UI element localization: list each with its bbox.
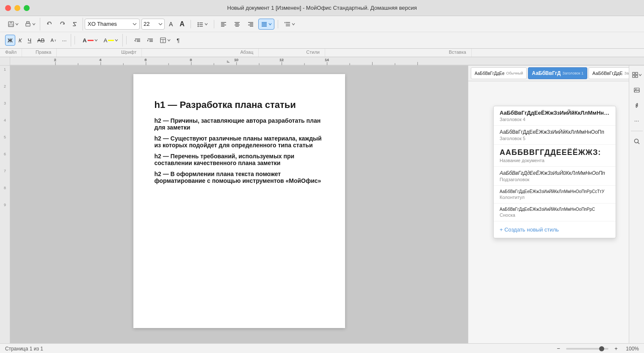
font-color-button[interactable]: A	[80, 35, 100, 46]
style-h2-label: Заголовок 2	[625, 71, 629, 75]
bullet-list-button[interactable]	[194, 19, 210, 30]
create-style-button[interactable]: + Создать новый стиль	[494, 221, 616, 238]
indent-icon	[147, 37, 154, 44]
styles-list[interactable]: АаБбВвГгДдЕеЁЖжЗзИиЙйКкЛлМмНнОо Заголово…	[494, 106, 616, 221]
window-controls[interactable]	[5, 5, 30, 11]
doc-heading-2-1[interactable]: h2 — Причины, заставляющие автора разраб…	[155, 117, 324, 131]
more-format-button[interactable]: ···	[59, 35, 69, 46]
para-section-label: Абзац	[235, 49, 259, 57]
strikethrough-button[interactable]: АВ	[35, 35, 47, 46]
style-chip-normal[interactable]: АаБбВвГгДдЕе Обычный	[471, 67, 527, 79]
image-icon[interactable]	[631, 84, 643, 96]
document-canvas[interactable]: h1 — Разработка плана статьи h2 — Причин…	[10, 66, 468, 343]
superscript-label: А	[50, 38, 53, 43]
link-icon[interactable]	[631, 99, 643, 111]
font-size-select[interactable]: 22	[141, 19, 165, 30]
font-style-group: Ж К Ч АВ Ат ···	[3, 34, 71, 47]
svg-rect-70	[636, 75, 638, 77]
align-left-button[interactable]	[218, 19, 229, 30]
table-view-icon[interactable]	[631, 69, 643, 81]
style-item-heading5[interactable]: АаБбВвГгДдЕеЁЖжЗзИиЙйКкЛлМмНнОоПп Заголо…	[494, 126, 616, 145]
statusbar: Страница 1 из 1 − + 100%	[0, 343, 644, 353]
insert-section-label: Вставка	[444, 49, 472, 57]
svg-point-7	[197, 24, 199, 25]
indent-button[interactable]	[144, 35, 156, 46]
file-group	[3, 18, 40, 30]
styles-dropdown-panel: АаБбВвГгДдЕеЁЖжЗзИиЙйКкЛлМмНнОо Заголово…	[493, 106, 616, 238]
svg-text:⊾: ⊾	[227, 60, 230, 63]
svg-text:10: 10	[234, 58, 238, 62]
zoom-plus-button[interactable]: +	[612, 345, 620, 353]
titlebar: Новый документ 1 [Изменен] - МойОфис Ста…	[0, 0, 644, 16]
doc-heading-2-3[interactable]: h2 — Перечень требований, используемых п…	[155, 153, 324, 166]
style-normal-label: Обычный	[506, 71, 523, 75]
minimize-button[interactable]	[14, 5, 20, 11]
style-docname-preview: ААББВВГГДДЕЕЁЁЖЖЗ:	[500, 148, 610, 157]
style-item-docname[interactable]: ААББВВГГДДЕЕЁЁЖЖЗ: Название документа	[494, 145, 616, 167]
close-button[interactable]	[5, 5, 11, 11]
highlight-color-button[interactable]: A	[101, 35, 121, 46]
italic-button[interactable]: К	[16, 35, 25, 46]
font-size-value: 22	[144, 21, 149, 27]
style-chip-heading2[interactable]: АаБбВвГгДдЕ Заголовок 2	[589, 67, 629, 79]
align-right-button[interactable]	[245, 19, 257, 30]
line-spacing-button[interactable]	[282, 19, 298, 30]
print-button[interactable]	[22, 19, 38, 30]
style-subheading-label: Подзаголовок	[500, 177, 610, 182]
bold-button[interactable]: Ж	[5, 35, 15, 46]
color-group: A A	[78, 34, 123, 47]
style-item-heading4[interactable]: АаБбВвГгДдЕеЁЖжЗзИиЙйКкЛлМмНнОо Заголово…	[494, 106, 616, 126]
style-item-subheading[interactable]: АаБбВвГгДдЕеЁЖжЗзИиЙйКкЛлМмНнОоПп Подзаг…	[494, 167, 616, 186]
highlight-swatch	[108, 40, 114, 41]
table-button[interactable]	[157, 35, 173, 46]
ruler-6: 6	[4, 152, 6, 169]
superscript-button[interactable]: Ат	[48, 35, 58, 46]
svg-text:2: 2	[54, 58, 56, 62]
style-h5-preview: АаБбВвГгДдЕеЁЖжЗзИиЙйКкЛлМмНнОоПп	[500, 129, 610, 135]
spacing-dropdown-icon	[292, 22, 295, 26]
pilcrow-button[interactable]: ¶	[174, 35, 182, 46]
outdent-button[interactable]	[132, 35, 144, 46]
chain-icon	[633, 102, 640, 109]
clear-format-button[interactable]	[69, 19, 81, 30]
document-page[interactable]: h1 — Разработка плана статьи h2 — Причин…	[133, 74, 345, 328]
doc-heading-2-2[interactable]: h2 — Существуют различные планы материал…	[155, 135, 324, 149]
style-item-footer[interactable]: АаБбВвГгДдЕеЁЖжЗзИиЙйКкЛлМмНнОоПпРрСсТтУ…	[494, 186, 616, 204]
dropdown-arrow-icon	[15, 22, 19, 26]
font-family-select[interactable]: XO Thames	[85, 19, 140, 30]
more-insert-icon[interactable]: ···	[631, 115, 643, 127]
style-item-footnote[interactable]: АаБбВвГгДдЕеЁЖжЗзИиЙйКкЛлМмНнОоПпРрС Сно…	[494, 204, 616, 221]
redo-button[interactable]	[56, 19, 68, 30]
bullet-list-icon	[197, 21, 204, 28]
align-center-button[interactable]	[231, 19, 243, 30]
ruler-4: 4	[4, 119, 6, 135]
font-dropdown-icon	[133, 22, 137, 26]
img-icon	[633, 87, 640, 94]
content-area: 1 2 3 4 5 6 7 8 9 h1 — Разработка плана …	[0, 66, 644, 343]
underline-button[interactable]: Ч	[25, 35, 34, 46]
font-size-up-button[interactable]: A	[177, 19, 187, 30]
zoom-minus-button[interactable]: −	[554, 345, 563, 353]
undo-button[interactable]	[44, 19, 55, 30]
svg-line-75	[638, 142, 639, 144]
svg-point-8	[197, 25, 199, 27]
svg-text:8: 8	[190, 58, 192, 62]
file-save-button[interactable]	[5, 19, 21, 30]
ruler-7: 7	[4, 169, 6, 186]
maximize-button[interactable]	[24, 5, 30, 11]
zoom-slider[interactable]	[566, 348, 608, 350]
align-center-icon	[234, 21, 240, 28]
font-size-down-button[interactable]: A	[166, 19, 175, 30]
toolbar-row-2: Ж К Ч АВ Ат ··· A A	[0, 32, 644, 48]
style-chip-heading1[interactable]: АаБбВвГгД Заголовок 1	[528, 67, 587, 79]
svg-rect-67	[633, 72, 635, 74]
search-icon[interactable]	[631, 135, 643, 147]
svg-rect-1	[10, 22, 12, 23]
align-justify-button[interactable]	[258, 19, 274, 30]
print-icon	[25, 21, 31, 28]
magnifier-icon	[633, 138, 640, 145]
doc-heading-1[interactable]: h1 — Разработка плана статьи	[155, 99, 324, 110]
svg-text:12: 12	[279, 58, 284, 62]
doc-heading-2-4[interactable]: h2 — В оформлении плана текста поможет ф…	[155, 171, 324, 184]
style-h4-label: Заголовок 4	[500, 117, 610, 122]
